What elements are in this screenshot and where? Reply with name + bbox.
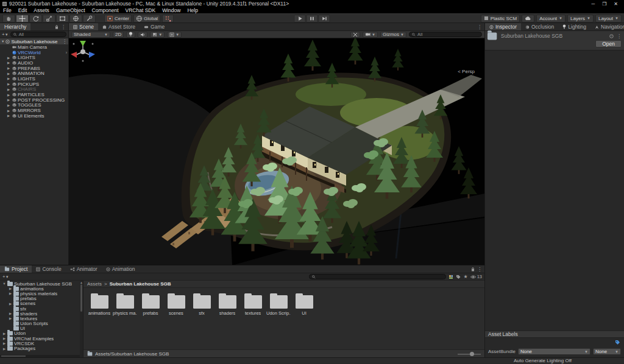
measure-tools-button[interactable] [350, 32, 360, 38]
tab-occlusion[interactable]: Occlusion [521, 23, 558, 30]
close-icon[interactable]: ✕ [614, 1, 618, 7]
gizmos-dropdown[interactable]: Gizmos▼ [380, 32, 406, 38]
asset-folder-animations[interactable]: animations [87, 293, 112, 316]
tab-inspector[interactable]: Inspector [485, 23, 521, 30]
perspective-label[interactable]: < Persp [458, 69, 475, 74]
assetbundle-dropdown[interactable]: None▼ [518, 348, 590, 355]
pause-button[interactable] [307, 15, 318, 23]
account-dropdown[interactable]: Account▼ [536, 15, 566, 23]
step-button[interactable] [319, 15, 330, 23]
tab-animation[interactable]: Animation [102, 265, 140, 273]
hierarchy-item-main-camera[interactable]: Main Camera [0, 44, 68, 50]
project-tree-item-physics-materials[interactable]: ▶physics materials [0, 291, 83, 296]
asset-folder-udon-scrip-[interactable]: Udon Scrip... [266, 293, 291, 316]
project-tree-item-vrcsdk[interactable]: ▶VRCSDK [0, 341, 83, 346]
cloud-button[interactable] [522, 15, 534, 23]
auto-generate-lighting-status[interactable]: Auto Generate Lighting Off [514, 358, 572, 363]
project-search-input[interactable] [309, 274, 446, 279]
pivot-toggle-button[interactable]: Center [104, 15, 132, 23]
layout-dropdown[interactable]: Layout▼ [595, 15, 622, 23]
audio-toggle[interactable] [138, 32, 147, 38]
menu-item-component[interactable]: Component [92, 7, 119, 13]
tab-navigation[interactable]: Navigation [590, 23, 624, 30]
effects-dropdown[interactable]: ▼ [150, 32, 165, 38]
favorites-star-icon[interactable]: ★ [463, 274, 467, 279]
hierarchy-item-prefabs[interactable]: ▶PREFABS [0, 66, 68, 71]
asset-menu-icon[interactable]: ⋮ [617, 33, 622, 39]
hierarchy-item-mirrors[interactable]: ▶MIRRORS [0, 108, 68, 113]
project-tree-item-udon-scripts[interactable]: Udon Scripts [0, 321, 83, 326]
play-button[interactable] [294, 15, 306, 23]
hierarchy-item-vrcworld[interactable]: VRCWorld› [0, 50, 68, 55]
project-tree-item-shaders[interactable]: ▶shaders [0, 311, 83, 316]
breadcrumb-current[interactable]: Suburban Lakehouse SGB [110, 281, 171, 287]
project-tree-item-packages[interactable]: ▶Packages [0, 346, 83, 351]
scene-header-row[interactable]: ▼ Suburban Lakehouse ⋮ [0, 38, 68, 44]
project-tree-item-sfx[interactable]: sfx [0, 306, 83, 311]
asset-folder-prefabs[interactable]: prefabs [138, 293, 163, 316]
lighting-toggle[interactable] [126, 32, 135, 38]
hierarchy-item-toggles[interactable]: ▶TOGGLES [0, 103, 68, 108]
asset-folder-sfx[interactable]: sfx [190, 293, 214, 316]
asset-folder-physics-ma-[interactable]: physics ma... [113, 293, 137, 316]
plastic-scm-button[interactable]: Plastic SCM [481, 15, 520, 23]
scene-viewport[interactable]: < Persp [69, 38, 484, 265]
asset-folder-shaders[interactable]: shaders [215, 293, 239, 316]
scale-tool-button[interactable] [43, 15, 55, 23]
open-button[interactable]: Open [595, 40, 622, 47]
breadcrumb-root[interactable]: Assets [87, 281, 102, 287]
menu-item-edit[interactable]: Edit [18, 7, 27, 13]
search-by-type-icon[interactable] [448, 275, 453, 279]
tab-hierarchy[interactable]: Hierarchy [0, 23, 30, 30]
scene-orientation-gizmo[interactable] [69, 38, 97, 63]
help-icon[interactable]: ? [609, 34, 614, 38]
rect-tool-button[interactable] [56, 15, 69, 23]
project-tree-item-prefabs[interactable]: prefabs [0, 296, 83, 301]
panel-menu-icon[interactable]: ⋮ [477, 24, 482, 30]
menu-item-file[interactable]: File [3, 7, 12, 13]
tab-animator[interactable]: Animator [66, 265, 102, 273]
horizontal-scrollbar[interactable] [0, 355, 83, 357]
scene-search-input[interactable]: All [409, 32, 482, 37]
tab-project[interactable]: Project [0, 265, 32, 273]
scene-menu-icon[interactable]: ⋮ [62, 39, 67, 44]
menu-item-window[interactable]: Window [162, 7, 180, 13]
hierarchy-item-pickups[interactable]: ▶PICKUPS [0, 82, 68, 87]
hierarchy-item-lights[interactable]: ▶LIGHTS [0, 55, 68, 60]
hierarchy-item-particles[interactable]: ▶PARTICLES [0, 92, 68, 97]
vertical-scrollbar[interactable]: ▲ [80, 281, 83, 357]
custom-tool-button[interactable] [83, 15, 96, 23]
tab-console[interactable]: Console [32, 265, 65, 273]
panel-menu-icon[interactable]: ⋮ [61, 24, 66, 30]
hierarchy-item-chairs[interactable]: ▶CHAIRS [0, 87, 68, 93]
hierarchy-item-lights[interactable]: ▶LIGHTS [0, 76, 68, 82]
hand-tool-button[interactable] [2, 15, 15, 23]
hierarchy-item-post-processing[interactable]: ▶POST PROCESSING [0, 97, 68, 103]
label-tag-icon[interactable] [615, 340, 620, 345]
search-by-label-icon[interactable] [456, 275, 461, 279]
hierarchy-item-ui-elements[interactable]: ▶UI Elements [0, 113, 68, 119]
grid-snap-button[interactable] [162, 15, 174, 23]
hierarchy-item-audio[interactable]: ▶AUDIO [0, 60, 68, 66]
tab-lighting[interactable]: Lighting [558, 23, 590, 30]
create-object-button[interactable]: +▼ [2, 32, 9, 37]
menu-item-assets[interactable]: Assets [34, 7, 49, 13]
layers-dropdown[interactable]: Layers▼ [567, 15, 594, 23]
2d-toggle[interactable]: 2D [113, 32, 124, 38]
project-tree-item-scenes[interactable]: ▶scenes [0, 301, 83, 306]
tab-scene[interactable]: Scene [69, 23, 98, 30]
create-asset-button[interactable]: +▼ [2, 274, 9, 279]
space-toggle-button[interactable]: Global [133, 15, 160, 23]
lock-icon[interactable] [471, 267, 475, 271]
asset-labels-header[interactable]: Asset Labels [485, 331, 624, 338]
tab-asset-store[interactable]: Asset Store [98, 23, 140, 30]
hidden-packages-toggle[interactable]: 13 [470, 274, 482, 279]
menu-item-gameobject[interactable]: GameObject [56, 7, 85, 13]
thumbnail-size-slider[interactable] [458, 351, 481, 356]
rotate-tool-button[interactable] [29, 15, 42, 23]
maximize-icon[interactable]: ❒ [602, 1, 606, 7]
asset-folder-scenes[interactable]: scenes [164, 293, 188, 316]
assetbundle-variant-dropdown[interactable]: None▼ [593, 348, 621, 355]
move-tool-button[interactable] [16, 15, 29, 23]
camera-settings-dropdown[interactable]: ▼ [363, 32, 378, 38]
